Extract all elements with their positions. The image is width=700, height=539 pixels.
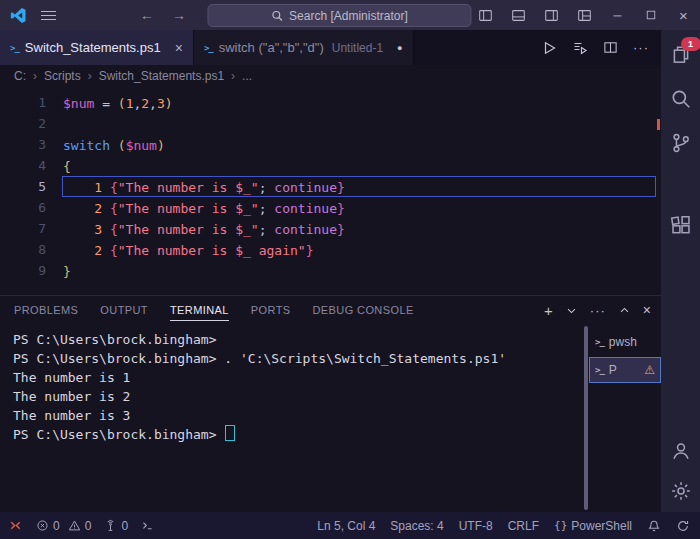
editor-line[interactable]: 5 1 {"The number is $_"; continue}	[0, 176, 661, 197]
terminal-label: P	[609, 363, 617, 377]
editor-tab[interactable]: >_Switch_Statements.ps1×	[0, 30, 194, 65]
run-button[interactable]	[541, 40, 557, 56]
encoding[interactable]: UTF-8	[459, 519, 493, 533]
vscode-logo	[10, 7, 27, 24]
editor-tab[interactable]: >_switch ("a","b","d")Untitled-1●	[194, 30, 414, 65]
editor-line[interactable]: 8 2 {"The number is $_ again"}	[0, 239, 661, 260]
command-center-search[interactable]: Search [Administrator]	[207, 4, 471, 27]
breadcrumb-item[interactable]: C:	[14, 69, 26, 83]
extensions-icon[interactable]	[668, 212, 694, 238]
minimize-icon[interactable]	[601, 0, 634, 30]
eol-sequence[interactable]: CRLF	[508, 519, 539, 533]
editor-tabs: >_Switch_Statements.ps1×>_switch ("a","b…	[0, 30, 414, 65]
modified-dot-icon: ●	[397, 43, 402, 53]
breadcrumb-item[interactable]: Scripts	[44, 69, 81, 83]
editor-group: >_Switch_Statements.ps1×>_switch ("a","b…	[0, 30, 661, 512]
run-below-icon[interactable]	[572, 40, 588, 56]
terminal-label: pwsh	[609, 335, 637, 349]
panel-tab-debug-console[interactable]: DEBUG CONSOLE	[313, 299, 414, 321]
code-line: switch ($num)	[62, 134, 656, 155]
back-icon[interactable]: ←	[140, 7, 154, 23]
terminal-list: >_pwsh>_P⚠	[589, 324, 661, 512]
powershell-file-icon: >_	[204, 43, 213, 53]
search-sidebar-icon[interactable]	[668, 86, 694, 112]
toggle-primary-sidebar-icon[interactable]	[469, 0, 502, 30]
split-editor-icon[interactable]	[603, 40, 618, 55]
source-control-icon[interactable]	[668, 130, 694, 156]
terminal-line: The number is 3	[13, 406, 584, 425]
settings-gear-icon[interactable]	[668, 478, 694, 504]
breadcrumb-item[interactable]: Switch_Statements.ps1	[99, 69, 224, 83]
sync-icon[interactable]	[676, 519, 690, 533]
bottom-panel: PROBLEMSOUTPUTTERMINALPORTSDEBUG CONSOLE…	[0, 295, 661, 512]
editor-line[interactable]: 1$num = (1,2,3)	[0, 92, 661, 113]
panel-tab-output[interactable]: OUTPUT	[100, 299, 148, 321]
ports-indicator[interactable]: 0	[104, 519, 128, 533]
editor-line[interactable]: 4{	[0, 155, 661, 176]
terminal-line: PS C:\Users\brock.bingham>	[13, 330, 584, 349]
line-number: 8	[0, 239, 46, 260]
indentation[interactable]: Spaces: 4	[390, 519, 443, 533]
terminal-list-item[interactable]: >_pwsh	[589, 329, 661, 355]
line-number: 2	[0, 113, 46, 134]
menu-icon[interactable]	[41, 11, 56, 20]
warning-icon: ⚠	[644, 363, 655, 377]
terminal-line: PS C:\Users\brock.bingham>	[13, 425, 584, 444]
editor-line[interactable]: 2	[0, 113, 661, 134]
powershell-session-icon[interactable]	[141, 519, 154, 532]
customize-layout-icon[interactable]	[568, 0, 601, 30]
forward-icon[interactable]: →	[172, 7, 186, 23]
bell-icon[interactable]	[647, 519, 661, 533]
editor-line[interactable]: 6 2 {"The number is $_"; continue}	[0, 197, 661, 218]
more-actions-icon[interactable]: ···	[633, 40, 649, 55]
ports-count: 0	[121, 519, 128, 533]
line-number: 7	[0, 218, 46, 239]
cursor-position[interactable]: Ln 5, Col 4	[317, 519, 375, 533]
overview-ruler-mark	[657, 119, 660, 130]
title-bar: ← → Search [Administrator]	[0, 0, 700, 30]
braces-icon: {}	[554, 519, 567, 532]
editor-line[interactable]: 3switch ($num)	[0, 134, 661, 155]
panel-tab-terminal[interactable]: TERMINAL	[170, 299, 229, 321]
breadcrumb-item[interactable]: ...	[242, 69, 252, 83]
problems-indicator[interactable]: 0 0	[36, 519, 91, 533]
panel-tab-problems[interactable]: PROBLEMS	[14, 299, 78, 321]
code-line: 1 {"The number is $_"; continue}	[62, 176, 656, 197]
panel-tab-ports[interactable]: PORTS	[251, 299, 291, 321]
code-line: 3 {"The number is $_"; continue}	[62, 218, 656, 239]
chevron-right-icon: ›	[33, 69, 37, 83]
editor-line[interactable]: 9}	[0, 260, 661, 281]
tab-hint: Untitled-1	[332, 41, 383, 55]
code-line: 2 {"The number is $_ again"}	[62, 239, 656, 260]
chevron-down-icon[interactable]	[566, 305, 577, 316]
line-number: 9	[0, 260, 46, 281]
close-panel-icon[interactable]: ×	[643, 302, 651, 318]
code-editor[interactable]: 1$num = (1,2,3)23switch ($num)4{5 1 {"Th…	[0, 87, 661, 295]
close-tab-icon[interactable]: ×	[175, 40, 183, 56]
error-count: 0	[53, 519, 60, 533]
warning-icon	[68, 519, 81, 532]
terminal-list-item[interactable]: >_P⚠	[589, 357, 661, 383]
tab-label: switch ("a","b","d")	[219, 40, 324, 55]
editor-line[interactable]: 7 3 {"The number is $_"; continue}	[0, 218, 661, 239]
search-text: Search [Administrator]	[289, 9, 408, 23]
error-icon	[36, 519, 49, 532]
new-terminal-icon[interactable]: +	[544, 302, 553, 319]
remote-indicator-icon[interactable]	[8, 518, 23, 533]
toggle-panel-icon[interactable]	[502, 0, 535, 30]
code-line: }	[62, 260, 656, 281]
tab-label: Switch_Statements.ps1	[25, 40, 161, 55]
code-line: {	[62, 155, 656, 176]
terminal-scrollbar[interactable]	[584, 326, 588, 510]
explorer-icon[interactable]: 1	[668, 42, 694, 68]
line-number: 3	[0, 134, 46, 155]
terminal-content[interactable]: PS C:\Users\brock.bingham> PS C:\Users\b…	[0, 324, 584, 512]
maximize-panel-icon[interactable]	[619, 305, 630, 316]
maximize-icon[interactable]	[634, 0, 667, 30]
account-icon[interactable]	[668, 438, 694, 464]
close-icon[interactable]: ×	[667, 0, 700, 30]
toggle-secondary-sidebar-icon[interactable]	[535, 0, 568, 30]
line-number: 1	[0, 92, 46, 113]
panel-more-actions-icon[interactable]: ···	[590, 303, 606, 318]
language-mode[interactable]: {} PowerShell	[554, 519, 632, 533]
